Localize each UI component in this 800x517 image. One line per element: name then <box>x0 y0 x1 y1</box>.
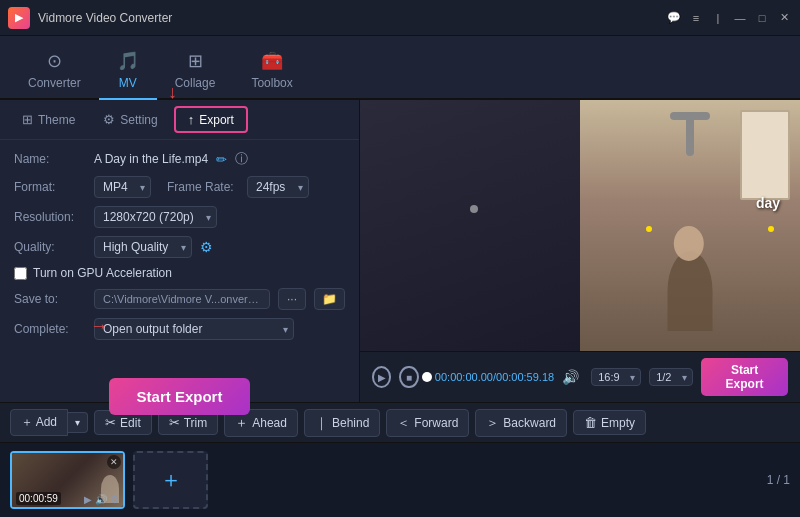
clip-remove-btn[interactable]: ✕ <box>107 455 121 469</box>
window-chat-btn[interactable]: 💬 <box>666 10 682 26</box>
behind-label: Behind <box>332 416 369 430</box>
window-menu-btn[interactable]: ≡ <box>688 10 704 26</box>
sub-tabs: ⊞ Theme ⚙ Setting ↑ Export <box>0 100 359 140</box>
aspect-select[interactable]: 16:9 <box>591 368 641 386</box>
export-form: Name: A Day in the Life.mp4 ✏ ⓘ Format: … <box>0 140 359 350</box>
toolbox-label: Toolbox <box>251 76 292 90</box>
logo-icon: ▶ <box>15 11 23 24</box>
name-value: A Day in the Life.mp4 <box>94 152 208 166</box>
name-info-icon[interactable]: ⓘ <box>235 150 248 168</box>
theme-icon: ⊞ <box>22 112 33 127</box>
add-dropdown-btn[interactable]: ▾ <box>68 412 88 433</box>
framerate-select[interactable]: 24fps <box>247 176 309 198</box>
resolution-select[interactable]: 1280x720 (720p) <box>94 206 217 228</box>
add-label: Add <box>36 415 57 429</box>
video-text-overlay: day <box>756 195 780 211</box>
export-label: Export <box>199 113 234 127</box>
forward-icon: ＜ <box>397 414 410 432</box>
converter-label: Converter <box>28 76 81 90</box>
quality-settings-btn[interactable]: ⚙ <box>200 239 213 255</box>
name-edit-icon[interactable]: ✏ <box>216 152 227 167</box>
format-select[interactable]: MP4 <box>94 176 151 198</box>
gpu-label: Turn on GPU Acceleration <box>33 266 172 280</box>
window-controls: 💬 ≡ | — □ ✕ <box>666 10 792 26</box>
app-title: Vidmore Video Converter <box>38 11 666 25</box>
sub-tab-setting[interactable]: ⚙ Setting <box>91 108 169 131</box>
timeline-clip[interactable]: 00:00:59 ✕ ▶ 🔊 ⚙ <box>10 451 125 509</box>
zoom-select[interactable]: 1/2 <box>649 368 693 386</box>
name-label: Name: <box>14 152 86 166</box>
video-left <box>360 100 580 351</box>
add-plus-icon: ＋ <box>21 415 33 429</box>
resolution-label: Resolution: <box>14 210 86 224</box>
collage-icon: ⊞ <box>188 50 203 72</box>
sub-tab-theme[interactable]: ⊞ Theme <box>10 108 87 131</box>
format-select-wrap: MP4 <box>94 176 151 198</box>
sub-tab-export[interactable]: ↑ Export <box>174 106 248 133</box>
backward-btn[interactable]: ＞ Backward <box>475 409 567 437</box>
gpu-checkbox[interactable] <box>14 267 27 280</box>
saveto-folder-btn[interactable]: 📁 <box>314 288 345 310</box>
left-panel: ⊞ Theme ⚙ Setting ↑ Export Name: A Day i… <box>0 100 360 402</box>
gpu-row: Turn on GPU Acceleration <box>14 266 345 280</box>
clip-vol-icon[interactable]: 🔊 <box>95 494 107 505</box>
window-maximize-btn[interactable]: □ <box>754 10 770 26</box>
quality-select-wrap: High Quality <box>94 236 192 258</box>
tab-toolbox[interactable]: 🧰 Toolbox <box>233 42 310 100</box>
mv-icon: 🎵 <box>117 50 139 72</box>
nav-tabs: ⊙ Converter 🎵 MV ⊞ Collage 🧰 Toolbox <box>0 36 800 100</box>
empty-icon: 🗑 <box>584 415 597 430</box>
start-export-small-btn[interactable]: Start Export <box>701 358 788 396</box>
trim-label: Trim <box>184 416 208 430</box>
format-label: Format: <box>14 180 86 194</box>
complete-select[interactable]: Open output folder <box>94 318 294 340</box>
stop-btn[interactable]: ■ <box>399 366 418 388</box>
saveto-path: C:\Vidmore\Vidmore V...onverter\MV Expor… <box>94 289 270 309</box>
saveto-dots-btn[interactable]: ··· <box>278 288 306 310</box>
backward-label: Backward <box>503 416 556 430</box>
time-display: 00:00:00.00/00:00:59.18 <box>435 371 554 383</box>
quality-label: Quality: <box>14 240 86 254</box>
resolution-select-wrap: 1280x720 (720p) <box>94 206 217 228</box>
edit-label: Edit <box>120 416 141 430</box>
quality-row: Quality: High Quality ⚙ <box>14 236 345 258</box>
window-minimize-btn[interactable]: — <box>732 10 748 26</box>
add-clip-btn[interactable]: ＋ <box>133 451 208 509</box>
empty-label: Empty <box>601 416 635 430</box>
ahead-label: Ahead <box>252 416 287 430</box>
tab-converter[interactable]: ⊙ Converter <box>10 42 99 100</box>
video-preview-left <box>360 100 580 351</box>
framerate-label: Frame Rate: <box>167 180 239 194</box>
saveto-label: Save to: <box>14 292 86 306</box>
name-row: Name: A Day in the Life.mp4 ✏ ⓘ <box>14 150 345 168</box>
window-close-btn[interactable]: ✕ <box>776 10 792 26</box>
video-container: day <box>360 100 800 351</box>
start-export-main-btn[interactable]: Start Export <box>109 378 251 415</box>
collage-label: Collage <box>175 76 216 90</box>
volume-icon[interactable]: 🔊 <box>562 369 579 385</box>
mv-label: MV <box>119 76 137 90</box>
zoom-select-wrap: 1/2 <box>649 368 693 386</box>
trim-icon: ✂ <box>169 415 180 430</box>
empty-btn[interactable]: 🗑 Empty <box>573 410 646 435</box>
arrow-indicator-export: ↓ <box>168 82 177 103</box>
forward-btn[interactable]: ＜ Forward <box>386 409 469 437</box>
arrow-indicator-start: → <box>90 316 108 337</box>
clip-settings-icon[interactable]: ⚙ <box>110 494 119 505</box>
tab-mv[interactable]: 🎵 MV <box>99 42 157 100</box>
clip-controls: ▶ 🔊 ⚙ <box>84 494 119 505</box>
bedroom-scene: day <box>580 100 800 351</box>
main-content: ⊞ Theme ⚙ Setting ↑ Export Name: A Day i… <box>0 100 800 402</box>
saveto-row: Save to: C:\Vidmore\Vidmore V...onverter… <box>14 288 345 310</box>
export-icon: ↑ <box>188 112 195 127</box>
resolution-row: Resolution: 1280x720 (720p) <box>14 206 345 228</box>
complete-select-wrap: Open output folder <box>94 318 294 340</box>
play-btn[interactable]: ▶ <box>372 366 391 388</box>
clip-play-icon[interactable]: ▶ <box>84 494 92 505</box>
backward-icon: ＞ <box>486 414 499 432</box>
quality-select[interactable]: High Quality <box>94 236 192 258</box>
titlebar: ▶ Vidmore Video Converter 💬 ≡ | — □ ✕ <box>0 0 800 36</box>
app-logo: ▶ <box>8 7 30 29</box>
edit-icon: ✂ <box>105 415 116 430</box>
format-row: Format: MP4 Frame Rate: 24fps <box>14 176 345 198</box>
